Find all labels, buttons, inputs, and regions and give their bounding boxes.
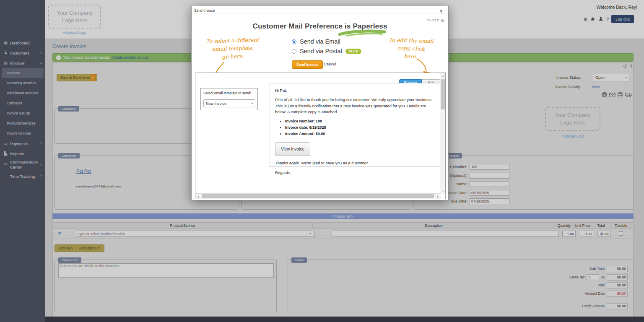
annotation-left: To select a different email template, go… <box>203 36 262 61</box>
chevron-down-icon: ▾ <box>251 102 253 105</box>
vertical-scroll-thumb[interactable] <box>441 79 445 109</box>
plus-badge: PLUS <box>345 49 361 54</box>
horizontal-scrollbar[interactable]: ◀ ▶ <box>195 193 441 199</box>
email-template-select[interactable]: New Invoice ▾ <box>203 99 255 107</box>
template-select-label: Select email template to send: <box>203 91 251 95</box>
app-root: ▦ Dashboard ♟ Customers ▾ ▤ Invoices ▴ I… <box>0 0 644 322</box>
send-invoice-button[interactable]: Send Invoice <box>292 60 323 69</box>
annotation-right: To edit the email copy, click here. <box>387 36 434 61</box>
email-greeting: Hi Pat, <box>275 88 436 93</box>
cancel-link[interactable]: Cancel <box>324 62 336 66</box>
email-signoff: Regards, <box>275 170 436 176</box>
email-radio-label: Send via Email <box>300 38 340 45</box>
scroll-down-icon[interactable]: ▼ <box>440 188 446 194</box>
view-invoice-button[interactable]: View Invoice <box>275 142 310 156</box>
email-editor-panel: Preview Edit Select email template to se… <box>195 73 446 199</box>
scroll-left-icon[interactable]: ◀ <box>195 194 201 199</box>
green-highlight-stroke <box>338 29 386 39</box>
email-preview-box: Hi Pat, First of all, I'd like to thank … <box>270 83 441 167</box>
scroll-right-icon[interactable]: ▶ <box>435 194 441 199</box>
send-via-postal-option[interactable]: Send via Postal PLUS <box>292 48 361 55</box>
email-radio-button[interactable] <box>292 39 296 44</box>
postal-radio-label: Send via Postal <box>300 48 342 55</box>
email-detail-list: Invoice Number: 100 Invoice date: 6/19/2… <box>285 118 436 137</box>
modal-heading: Customer Mail Preference is Paperless <box>192 22 448 31</box>
email-invoice-amount: Invoice Amount: $0.00 <box>285 131 436 137</box>
modal-titlebar <box>192 6 448 13</box>
vertical-scrollbar[interactable]: ▲ ▼ <box>440 73 445 194</box>
email-closing: Thanks again. We're glad to have you as … <box>275 160 436 166</box>
send-invoice-modal: Send Invoice CLOSE ⊗ Customer Mail Prefe… <box>191 6 449 200</box>
scroll-up-icon[interactable]: ▲ <box>440 73 446 78</box>
email-body: First of all, I'd like to thank you for … <box>275 97 436 115</box>
pin-icon[interactable] <box>439 8 443 16</box>
postal-radio-button[interactable] <box>292 49 296 54</box>
template-selector-box: Select email template to send: New Invoi… <box>200 88 258 110</box>
email-invoice-date: Invoice date: 6/19/2025 <box>285 125 436 131</box>
send-via-email-option[interactable]: Send via Email <box>292 38 340 45</box>
email-invoice-number: Invoice Number: 100 <box>285 118 436 125</box>
modal-title: Send Invoice <box>194 8 215 13</box>
horizontal-scroll-thumb[interactable] <box>202 194 434 198</box>
